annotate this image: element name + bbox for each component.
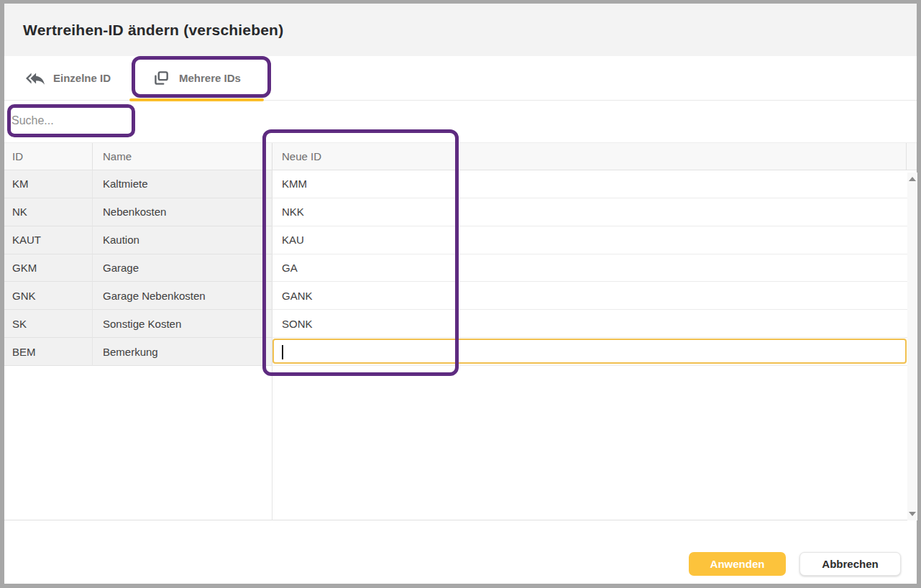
layers-icon — [152, 69, 170, 88]
tab-bar: Einzelne ID Mehrere IDs — [4, 56, 917, 100]
cell-name: Nebenkosten — [92, 198, 272, 226]
cell-neue-id[interactable]: SONK — [272, 310, 907, 338]
tab-einzelne-id[interactable]: Einzelne ID — [26, 56, 116, 100]
cell-name: Kaltmiete — [92, 170, 272, 198]
cell-name: Garage Nebenkosten — [92, 282, 272, 310]
cell-name: Garage — [92, 254, 272, 282]
column-header-neue-id: Neue ID — [272, 143, 906, 170]
column-divider — [272, 366, 272, 520]
cell-neue-id[interactable]: GA — [272, 254, 907, 282]
dialog-title-bar: Wertreihen-ID ändern (verschieben) — [4, 4, 917, 56]
cell-id: KAUT — [4, 226, 92, 254]
cell-neue-id[interactable]: KAU — [272, 226, 907, 254]
cell-name: Kaution — [92, 226, 272, 254]
cell-name: Bemerkung — [92, 338, 272, 366]
table-body: KM Kaltmiete KMM NK Nebenkosten NKK KAUT… — [4, 170, 907, 366]
cell-id: GNK — [4, 282, 92, 310]
table-header: ID Name Neue ID — [4, 142, 917, 170]
column-header-spacer — [906, 143, 917, 170]
cell-id: KM — [4, 170, 92, 198]
cell-neue-id[interactable]: KMM — [272, 170, 907, 198]
table-bottom-border — [4, 520, 917, 520]
table-row: GKM Garage GA — [4, 254, 907, 282]
search-input[interactable] — [12, 107, 129, 134]
column-header-name: Name — [92, 143, 272, 170]
reply-all-icon — [26, 69, 45, 88]
table-row: NK Nebenkosten NKK — [4, 198, 907, 226]
tab-einzelne-id-label: Einzelne ID — [53, 72, 111, 84]
column-header-id: ID — [4, 143, 92, 170]
cancel-button[interactable]: Abbrechen — [799, 552, 901, 576]
tab-mehrere-ids[interactable]: Mehrere IDs — [152, 56, 256, 100]
table-row: KAUT Kaution KAU — [4, 226, 907, 254]
scroll-up-icon[interactable] — [909, 177, 916, 181]
cell-id: SK — [4, 310, 92, 338]
cell-id: NK — [4, 198, 92, 226]
apply-button[interactable]: Anwenden — [689, 552, 786, 576]
active-tab-indicator — [129, 98, 264, 101]
cell-neue-id[interactable]: GANK — [272, 282, 907, 310]
cell-neue-id[interactable]: NKK — [272, 198, 907, 226]
cell-id: BEM — [4, 338, 92, 366]
table-row: KM Kaltmiete KMM — [4, 170, 907, 198]
scroll-down-icon[interactable] — [909, 512, 916, 516]
table-row: BEM Bemerkung — [4, 338, 907, 366]
text-caret — [282, 345, 283, 359]
dialog-title: Wertreihen-ID ändern (verschieben) — [4, 22, 283, 39]
table-row: SK Sonstige Kosten SONK — [4, 310, 907, 338]
cell-name: Sonstige Kosten — [92, 310, 272, 338]
tab-mehrere-ids-label: Mehrere IDs — [179, 72, 241, 84]
table-row: GNK Garage Nebenkosten GANK — [4, 282, 907, 310]
table-scrollbar[interactable] — [907, 173, 917, 520]
neue-id-input-focused[interactable] — [272, 339, 907, 364]
cell-id: GKM — [4, 254, 92, 282]
